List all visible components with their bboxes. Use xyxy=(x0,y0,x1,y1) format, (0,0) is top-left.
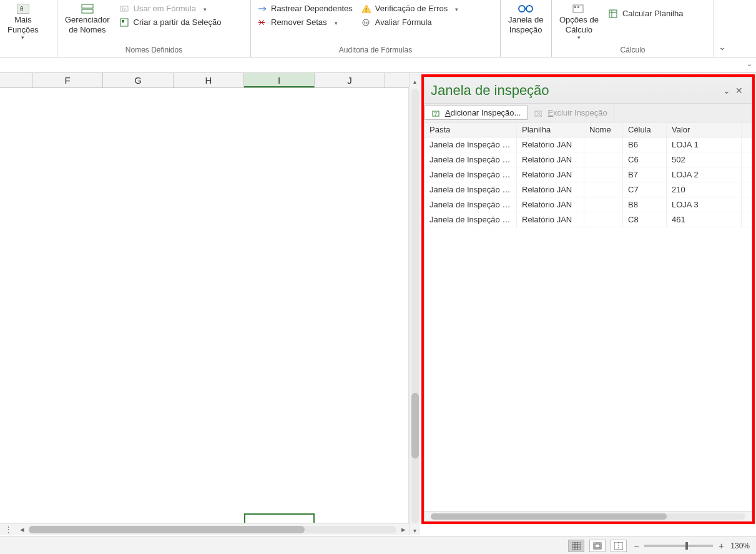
hscroll-track[interactable] xyxy=(29,526,396,533)
watch-row[interactable]: Janela de Inspeção (IN...Relatório JANB7… xyxy=(425,167,752,182)
group-label-calculo: Cálculo xyxy=(556,44,710,56)
chevron-down-icon xyxy=(451,4,458,13)
col-nome[interactable]: Nome xyxy=(584,122,623,137)
cell-pasta: Janela de Inspeção (IN... xyxy=(425,137,517,152)
watch-horizontal-scrollbar[interactable] xyxy=(425,511,752,521)
vscroll-thumb[interactable] xyxy=(411,393,419,458)
scroll-up-icon[interactable]: ▴ xyxy=(413,77,416,86)
cell-planilha: Relatório JAN xyxy=(517,212,584,227)
col-pasta[interactable]: Pasta xyxy=(425,122,517,137)
cell-valor: 210 xyxy=(667,182,742,197)
watch-hscroll-thumb[interactable] xyxy=(431,513,667,520)
vscroll-track[interactable] xyxy=(411,89,419,523)
col-celula[interactable]: Célula xyxy=(623,122,667,137)
zoom-thumb[interactable] xyxy=(685,542,688,550)
cell-planilha: Relatório JAN xyxy=(517,197,584,212)
trace-dependents-icon xyxy=(257,4,267,13)
janela-inspecao-button[interactable]: Janela de Inspeção xyxy=(504,1,547,36)
svg-rect-29 xyxy=(595,544,600,548)
sheet-tab-handle-icon[interactable]: ⋮ xyxy=(0,525,16,534)
opcoes-calculo-button[interactable]: Opções de Cálculo ▾ xyxy=(556,1,602,42)
calculate-sheet-icon xyxy=(609,9,619,18)
zoom-in-button[interactable]: + xyxy=(717,541,725,551)
add-watch-icon: ? xyxy=(431,109,441,117)
svg-text:!: ! xyxy=(365,7,367,13)
col-planilha[interactable]: Planilha xyxy=(517,122,584,137)
scroll-down-icon[interactable]: ▾ xyxy=(413,526,416,535)
remover-setas-button[interactable]: Remover Setas xyxy=(255,16,355,28)
zoom-track[interactable] xyxy=(644,545,713,547)
cell-celula: C8 xyxy=(623,212,667,227)
formula-bar[interactable]: ⌄ xyxy=(0,57,756,73)
cell-planilha: Relatório JAN xyxy=(517,182,584,197)
col-header-J[interactable]: J xyxy=(315,73,385,87)
cell-valor: LOJA 1 xyxy=(667,137,742,152)
watch-row[interactable]: Janela de Inspeção (IN...Relatório JANC6… xyxy=(425,152,752,167)
cell-planilha: Relatório JAN xyxy=(517,152,584,167)
view-page-layout-button[interactable] xyxy=(589,540,606,552)
calcular-planilha-button[interactable]: Calcular Planilha xyxy=(606,7,686,19)
functions-icon: θ xyxy=(13,2,33,15)
formula-bar-expand-icon[interactable]: ⌄ xyxy=(747,60,752,68)
group-label-nomes: Nomes Definidos xyxy=(61,44,247,56)
svg-text:θ: θ xyxy=(20,6,24,12)
cell-nome xyxy=(584,212,623,227)
cell-pasta: Janela de Inspeção (IN... xyxy=(425,182,517,197)
calc-options-icon xyxy=(569,2,589,15)
watch-row[interactable]: Janela de Inspeção (IN...Relatório JANC8… xyxy=(425,212,752,227)
scroll-left-icon[interactable]: ◂ xyxy=(16,525,27,534)
watch-table-header: Pasta Planilha Nome Célula Valor xyxy=(425,122,752,137)
view-normal-button[interactable] xyxy=(568,540,584,552)
usar-em-formula-button[interactable]: fx Usar em Fórmula xyxy=(117,2,224,14)
col-header-I[interactable]: I xyxy=(244,73,315,87)
zoom-slider[interactable]: − + xyxy=(632,541,725,551)
sheet-horizontal-scrollbar[interactable]: ⋮ ◂ ▸ xyxy=(0,523,409,535)
gerenciador-nomes-button[interactable]: Gerenciador de Nomes xyxy=(61,1,114,36)
mais-funcoes-button[interactable]: θ Mais Funções ▾ xyxy=(4,1,42,42)
hscroll-thumb[interactable] xyxy=(29,526,305,533)
svg-point-12 xyxy=(526,6,533,12)
avaliar-formula-button[interactable]: fx Avaliar Fórmula xyxy=(359,16,461,28)
col-header-G[interactable]: G xyxy=(103,73,174,87)
col-header-H[interactable]: H xyxy=(174,73,244,87)
cell-celula: B7 xyxy=(623,167,667,182)
grid-cells[interactable] xyxy=(0,88,409,523)
cell-valor: LOJA 3 xyxy=(667,197,742,212)
svg-rect-14 xyxy=(573,5,583,12)
svg-rect-23 xyxy=(572,542,581,550)
svg-rect-7 xyxy=(122,20,124,22)
rastrear-dependentes-button[interactable]: Rastrear Dependentes xyxy=(255,2,355,14)
svg-rect-2 xyxy=(82,4,93,8)
evaluate-formula-icon: fx xyxy=(361,18,371,27)
watch-row[interactable]: Janela de Inspeção (IN...Relatório JANC7… xyxy=(425,182,752,197)
cell-nome xyxy=(584,182,623,197)
cell-valor: LOJA 2 xyxy=(667,167,742,182)
watch-window-toolbar: ? Adicionar Inspeção... Excluir Inspeção xyxy=(425,104,752,122)
column-headers: F G H I J xyxy=(0,73,409,88)
watch-window-close-icon[interactable]: ✕ xyxy=(733,86,745,96)
add-watch-button[interactable]: ? Adicionar Inspeção... xyxy=(425,106,528,120)
zoom-value[interactable]: 130% xyxy=(730,542,750,550)
cell-nome xyxy=(584,152,623,167)
col-valor[interactable]: Valor xyxy=(667,122,742,137)
delete-watch-button[interactable]: Excluir Inspeção xyxy=(528,106,614,119)
cell-pasta: Janela de Inspeção (IN... xyxy=(425,152,517,167)
watch-row[interactable]: Janela de Inspeção (IN...Relatório JANB6… xyxy=(425,137,752,152)
col-header-F[interactable]: F xyxy=(32,73,103,87)
cell-nome xyxy=(584,167,623,182)
view-page-break-button[interactable] xyxy=(611,540,627,552)
watch-window-dropdown-icon[interactable]: ⌄ xyxy=(720,86,733,96)
worksheet-area: F G H I J ⋮ ◂ ▸ xyxy=(0,73,409,535)
scroll-right-icon[interactable]: ▸ xyxy=(398,525,409,534)
page-layout-icon xyxy=(593,542,602,550)
watch-window-title: Janela de inspeção xyxy=(431,82,720,99)
verificacao-erros-button[interactable]: ! Verificação de Erros xyxy=(359,2,461,14)
watch-row[interactable]: Janela de Inspeção (IN...Relatório JANB8… xyxy=(425,197,752,212)
cell-celula: C6 xyxy=(623,152,667,167)
cell-pasta: Janela de Inspeção (IN... xyxy=(425,212,517,227)
criar-a-partir-selecao-button[interactable]: Criar a partir da Seleção xyxy=(117,16,224,28)
cell-pasta: Janela de Inspeção (IN... xyxy=(425,197,517,212)
ribbon-collapse-button[interactable]: ⌄ xyxy=(714,0,730,57)
zoom-out-button[interactable]: − xyxy=(632,541,641,551)
sheet-vertical-scrollbar[interactable]: ▴ ▾ xyxy=(409,73,420,535)
